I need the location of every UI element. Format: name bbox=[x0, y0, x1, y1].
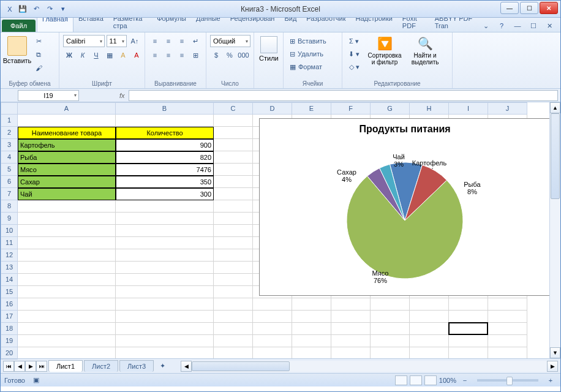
cell-D20[interactable] bbox=[253, 347, 292, 358]
cell-C19[interactable] bbox=[214, 335, 253, 347]
cell-A10[interactable] bbox=[18, 225, 116, 237]
cell-G18[interactable] bbox=[371, 323, 410, 335]
col-header-A[interactable]: A bbox=[18, 102, 116, 115]
cell-C20[interactable] bbox=[214, 347, 253, 358]
border-icon[interactable]: ▦ bbox=[104, 49, 116, 61]
sheet-tab-2[interactable]: Лист3 bbox=[119, 360, 154, 372]
cell-B16[interactable] bbox=[116, 298, 214, 311]
help-icon[interactable]: ? bbox=[495, 20, 508, 32]
cell-G20[interactable] bbox=[371, 347, 410, 358]
styles-button[interactable]: Стили bbox=[258, 35, 280, 86]
cell-A14[interactable] bbox=[18, 274, 116, 286]
cell-C17[interactable] bbox=[214, 311, 253, 323]
cell-F19[interactable] bbox=[331, 335, 371, 347]
cell-B3[interactable]: 900 bbox=[116, 139, 214, 151]
row-header-17[interactable]: 17 bbox=[1, 311, 18, 323]
cell-E17[interactable] bbox=[292, 311, 331, 323]
cell-C11[interactable] bbox=[214, 237, 253, 249]
row-header-15[interactable]: 15 bbox=[1, 286, 18, 298]
cell-E20[interactable] bbox=[292, 347, 331, 358]
cell-F18[interactable] bbox=[331, 323, 371, 335]
cell-E19[interactable] bbox=[292, 335, 331, 347]
cell-E18[interactable] bbox=[292, 323, 331, 335]
row-header-2[interactable]: 2 bbox=[1, 127, 18, 139]
sheet-nav-first-icon[interactable]: ⏮ bbox=[3, 361, 14, 372]
cell-B13[interactable] bbox=[116, 262, 214, 274]
horizontal-scrollbar[interactable]: ◀ ▶ bbox=[181, 361, 558, 372]
cell-B11[interactable] bbox=[116, 237, 214, 249]
comma-icon[interactable]: 000 bbox=[237, 49, 250, 61]
cell-B9[interactable] bbox=[116, 213, 214, 225]
minimize-ribbon-icon[interactable]: ⌄ bbox=[480, 20, 492, 32]
file-tab[interactable]: Файл bbox=[2, 20, 36, 32]
col-header-I[interactable]: I bbox=[449, 102, 488, 115]
mdi-restore-icon[interactable]: ☐ bbox=[527, 20, 540, 32]
cell-H19[interactable] bbox=[410, 335, 449, 347]
cell-I20[interactable] bbox=[449, 347, 488, 358]
cell-D17[interactable] bbox=[253, 311, 292, 323]
cell-D16[interactable] bbox=[253, 298, 292, 311]
copy-icon[interactable]: ⧉ bbox=[32, 48, 45, 61]
cell-B18[interactable] bbox=[116, 323, 214, 335]
mdi-close-icon[interactable]: ✕ bbox=[543, 20, 555, 32]
format-painter-icon[interactable]: 🖌 bbox=[32, 62, 45, 74]
sheet-tab-0[interactable]: Лист1 bbox=[48, 360, 83, 372]
cell-B5[interactable]: 7476 bbox=[116, 164, 214, 176]
cell-A5[interactable]: Мясо bbox=[18, 164, 116, 176]
cell-E16[interactable] bbox=[292, 298, 331, 311]
undo-icon[interactable]: ↶ bbox=[30, 4, 42, 15]
paste-button[interactable]: Вставить bbox=[4, 35, 30, 80]
cell-C9[interactable] bbox=[214, 213, 253, 225]
formula-bar[interactable] bbox=[129, 90, 558, 101]
new-sheet-icon[interactable]: ✦ bbox=[156, 360, 168, 372]
row-header-13[interactable]: 13 bbox=[1, 262, 18, 274]
row-header-6[interactable]: 6 bbox=[1, 176, 18, 188]
hscroll-thumb[interactable] bbox=[192, 361, 290, 371]
cell-H20[interactable] bbox=[410, 347, 449, 358]
row-header-20[interactable]: 20 bbox=[1, 347, 18, 360]
scroll-left-icon[interactable]: ◀ bbox=[181, 361, 192, 372]
close-button[interactable]: ✕ bbox=[540, 2, 558, 14]
row-header-4[interactable]: 4 bbox=[1, 151, 18, 164]
cell-A8[interactable] bbox=[18, 200, 116, 213]
cell-C13[interactable] bbox=[214, 262, 253, 274]
cell-B12[interactable] bbox=[116, 249, 214, 262]
row-header-19[interactable]: 19 bbox=[1, 335, 18, 347]
cell-C8[interactable] bbox=[214, 200, 253, 213]
cell-J19[interactable] bbox=[488, 335, 527, 347]
scroll-right-icon[interactable]: ▶ bbox=[547, 361, 558, 372]
cell-A17[interactable] bbox=[18, 311, 116, 323]
select-all-corner[interactable] bbox=[1, 102, 18, 115]
name-box[interactable]: I19 bbox=[18, 90, 79, 101]
cell-G19[interactable] bbox=[371, 335, 410, 347]
cut-icon[interactable]: ✂ bbox=[32, 35, 45, 47]
sheet-nav-last-icon[interactable]: ⏭ bbox=[36, 361, 47, 372]
cell-B15[interactable] bbox=[116, 286, 214, 298]
currency-icon[interactable]: $ bbox=[210, 49, 222, 61]
scroll-down-icon[interactable]: ▼ bbox=[550, 347, 560, 358]
cell-A11[interactable] bbox=[18, 237, 116, 249]
cell-C10[interactable] bbox=[214, 225, 253, 237]
delete-cells-button[interactable]: ⊟ Удалить bbox=[287, 48, 340, 60]
macro-record-icon[interactable]: ▣ bbox=[30, 374, 42, 386]
percent-icon[interactable]: % bbox=[224, 49, 236, 61]
col-header-G[interactable]: G bbox=[371, 102, 410, 115]
cell-D19[interactable] bbox=[253, 335, 292, 347]
cell-I19[interactable] bbox=[449, 335, 488, 347]
autosum-icon[interactable]: Σ ▾ bbox=[346, 35, 362, 47]
redo-icon[interactable]: ↷ bbox=[43, 4, 56, 15]
row-header-10[interactable]: 10 bbox=[1, 225, 18, 237]
merge-icon[interactable]: ⊞ bbox=[189, 49, 201, 61]
cell-G16[interactable] bbox=[371, 298, 410, 311]
col-header-C[interactable]: C bbox=[214, 102, 253, 115]
fill-icon[interactable]: ⬇ ▾ bbox=[346, 48, 362, 60]
row-header-11[interactable]: 11 bbox=[1, 237, 18, 249]
mdi-minimize-icon[interactable]: — bbox=[511, 20, 524, 32]
row-header-3[interactable]: 3 bbox=[1, 139, 18, 151]
sheet-nav-next-icon[interactable]: ▶ bbox=[25, 361, 36, 372]
cell-B7[interactable]: 300 bbox=[116, 188, 214, 200]
cell-A9[interactable] bbox=[18, 213, 116, 225]
cell-H17[interactable] bbox=[410, 311, 449, 323]
page-break-view-icon[interactable] bbox=[424, 375, 437, 385]
row-header-9[interactable]: 9 bbox=[1, 213, 18, 225]
